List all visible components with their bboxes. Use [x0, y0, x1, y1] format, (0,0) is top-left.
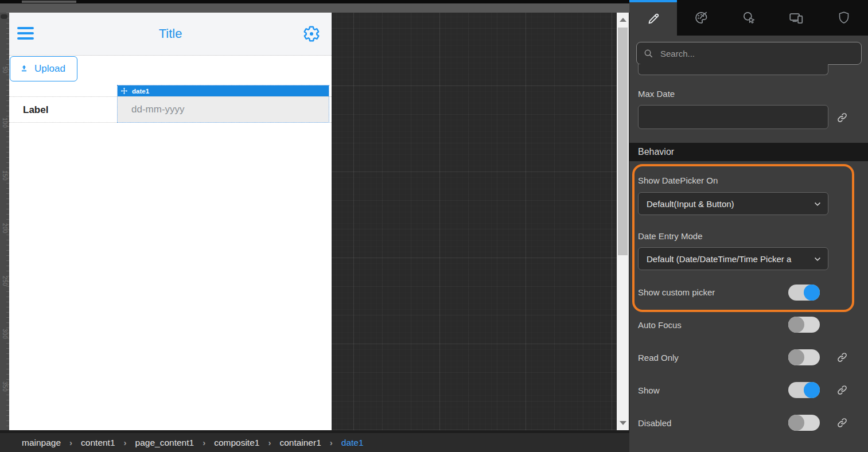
- breadcrumb-item-content1[interactable]: content1: [81, 438, 115, 448]
- security-shield-icon: [836, 10, 851, 25]
- ruler-label: 150: [2, 170, 8, 181]
- search-icon: [644, 49, 653, 59]
- chevron-right-icon: ›: [203, 438, 205, 447]
- events-cursor-icon: [741, 10, 756, 25]
- chevron-right-icon: ›: [268, 438, 271, 447]
- max-date-label: Max Date: [638, 89, 675, 99]
- tab-security[interactable]: [820, 0, 868, 36]
- show-label: Show: [638, 385, 660, 395]
- show-datepicker-on-label: Show DatePicker On: [638, 176, 718, 185]
- upload-button[interactable]: Upload: [10, 56, 77, 81]
- tab-devices[interactable]: [773, 0, 820, 36]
- max-date-input[interactable]: [638, 105, 828, 129]
- pencil-icon: [647, 12, 660, 26]
- show-datepicker-on-value: Default(Input & Button): [639, 199, 808, 209]
- vertical-ruler: 50 100 150 200 250 300 350 400: [0, 13, 9, 430]
- breadcrumb-item-mainpage[interactable]: mainpage: [22, 438, 61, 448]
- date-entry-mode-select[interactable]: Default (Date/DateTime/Time Picker a: [638, 247, 828, 270]
- widget-name-label: date1: [132, 88, 149, 95]
- canvas-toolbar-strip: [0, 3, 629, 13]
- upload-button-label: Upload: [34, 63, 65, 75]
- breadcrumb-item-date1[interactable]: date1: [341, 438, 364, 448]
- date-entry-mode-value: Default (Date/DateTime/Time Picker a: [639, 254, 808, 264]
- devices-icon: [788, 10, 804, 26]
- ruler-label: 100: [2, 118, 8, 128]
- property-search[interactable]: [636, 42, 862, 65]
- bind-link-icon[interactable]: [836, 384, 848, 396]
- breadcrumb-item-composite1[interactable]: composite1: [214, 438, 259, 448]
- date-entry-mode-label: Date Entry Mode: [638, 231, 703, 241]
- app-preview: Title Upload Label: [9, 13, 332, 430]
- chevron-right-icon: ›: [124, 438, 127, 447]
- scroll-down-arrow-icon[interactable]: [620, 421, 626, 425]
- breadcrumb-item-page-content1[interactable]: page_content1: [135, 438, 194, 448]
- top-chrome-segment: [22, 1, 76, 3]
- behavior-section-header: Behavior: [629, 143, 868, 161]
- show-custom-picker-toggle[interactable]: [788, 285, 820, 301]
- tab-styles[interactable]: [677, 0, 725, 36]
- ruler-label: 200: [2, 223, 8, 233]
- breadcrumb-item-container1[interactable]: container1: [279, 438, 321, 448]
- chevron-down-icon: [813, 200, 822, 209]
- palette-icon: [694, 10, 709, 25]
- behavior-section-title: Behavior: [638, 147, 674, 157]
- panel-tabbar: [629, 0, 868, 36]
- bind-link-icon[interactable]: [836, 417, 848, 428]
- tab-properties[interactable]: [629, 0, 677, 36]
- auto-focus-toggle[interactable]: [788, 317, 820, 333]
- app-header-widget[interactable]: Title: [9, 13, 332, 56]
- disabled-label: Disabled: [638, 418, 671, 428]
- read-only-label: Read Only: [638, 353, 679, 363]
- date-input-field[interactable]: dd-mm-yyyy: [118, 96, 329, 122]
- scrolled-field-partial: [638, 64, 828, 75]
- breadcrumb: mainpage › content1 › page_content1 › co…: [0, 433, 629, 452]
- form-field-label: Label: [23, 97, 48, 123]
- show-datepicker-on-select[interactable]: Default(Input & Button): [638, 192, 828, 215]
- show-toggle[interactable]: [788, 382, 820, 398]
- properties-panel: Max Date Behavior Show DatePicker On Def…: [629, 0, 868, 452]
- show-custom-picker-label: Show custom picker: [638, 287, 715, 297]
- read-only-toggle[interactable]: [788, 349, 820, 365]
- ruler-corner-icon: [1, 14, 7, 19]
- upload-icon: [19, 64, 29, 74]
- disabled-toggle[interactable]: [788, 415, 820, 431]
- auto-focus-label: Auto Focus: [638, 320, 682, 330]
- selected-date-widget[interactable]: date1 dd-mm-yyyy: [118, 85, 329, 122]
- ruler-label: 50: [2, 67, 8, 73]
- bind-link-icon[interactable]: [836, 112, 848, 123]
- scroll-up-arrow-icon[interactable]: [620, 18, 626, 22]
- app-builder-window: 50 100 150 200 250 300 350 400 Title: [0, 0, 868, 452]
- search-input[interactable]: [659, 48, 834, 59]
- app-title: Title: [9, 13, 332, 55]
- gear-icon[interactable]: [303, 25, 320, 42]
- scrollbar-thumb[interactable]: [618, 28, 628, 255]
- ruler-label: 350: [2, 381, 8, 392]
- chevron-down-icon: [813, 255, 822, 264]
- ruler-label: 300: [2, 329, 8, 339]
- canvas-scrollbar[interactable]: [617, 13, 629, 430]
- bind-link-icon[interactable]: [836, 352, 848, 363]
- chevron-right-icon: ›: [330, 438, 333, 447]
- ruler-label: 250: [2, 276, 8, 286]
- tab-events[interactable]: [725, 0, 772, 36]
- chevron-right-icon: ›: [69, 438, 72, 447]
- move-icon: [120, 87, 128, 95]
- widget-titlebar[interactable]: date1: [118, 85, 329, 96]
